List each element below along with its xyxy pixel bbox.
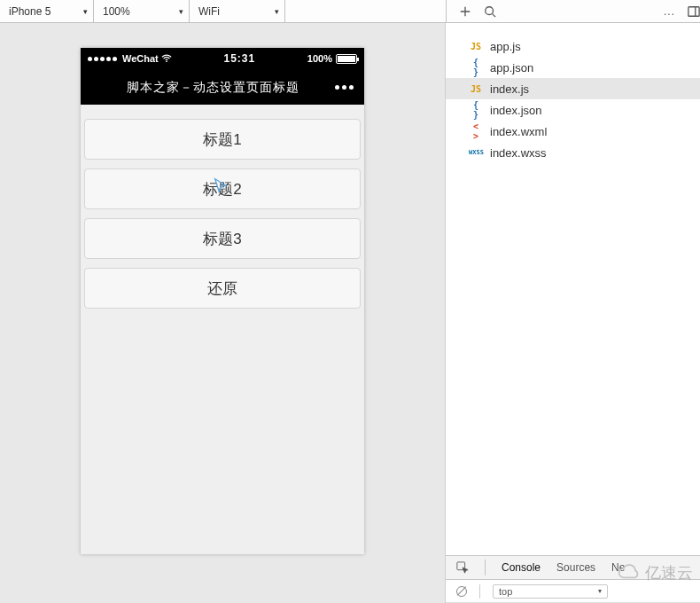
json-file-icon: { }	[469, 58, 483, 77]
file-row[interactable]: JS index.js	[446, 78, 700, 99]
context-select-label: top	[499, 586, 512, 597]
js-file-icon: JS	[469, 42, 483, 51]
title-button-1[interactable]: 标题1	[84, 119, 361, 160]
title-button-3[interactable]: 标题3	[84, 218, 361, 259]
file-name: app.js	[490, 40, 521, 53]
device-select-label: iPhone 5	[9, 5, 51, 18]
right-panel: JS app.js { } app.json JS index.js { } i…	[445, 23, 700, 603]
file-row[interactable]: { } index.json	[446, 99, 700, 121]
context-select[interactable]: top ▾	[493, 584, 608, 599]
carrier-label: WeChat	[122, 53, 159, 64]
app-navbar: 脚本之家－动态设置页面标题	[81, 69, 364, 105]
network-select[interactable]: WiFi ▾	[190, 0, 285, 22]
tab-console[interactable]: Console	[502, 561, 541, 574]
file-name: app.json	[490, 61, 533, 74]
wifi-icon	[161, 54, 172, 63]
network-select-label: WiFi	[198, 5, 220, 18]
status-bar: WeChat 15:31 100%	[81, 48, 364, 69]
chevron-down-icon: ▾	[179, 7, 183, 16]
wxss-file-icon: WXSS	[469, 149, 483, 156]
file-row[interactable]: < > index.wxml	[446, 121, 700, 142]
phone-frame: WeChat 15:31 100% 脚本之家－动态设置页面标题 标题1 标题2 …	[81, 48, 364, 554]
zoom-select-label: 100%	[103, 5, 130, 18]
clock-label: 15:31	[172, 52, 307, 65]
search-icon[interactable]	[484, 5, 496, 18]
app-page-body: 标题1 标题2 标题3 还原	[81, 105, 364, 554]
element-picker-icon[interactable]	[456, 561, 469, 574]
watermark: 亿速云	[617, 562, 693, 583]
wxml-file-icon: < >	[469, 121, 483, 141]
file-name: index.wxss	[490, 146, 547, 160]
chevron-down-icon: ▾	[275, 7, 279, 16]
battery-icon	[336, 54, 357, 64]
more-icon[interactable]: ...	[664, 5, 675, 18]
file-name: index.wxml	[490, 125, 547, 138]
file-explorer: JS app.js { } app.json JS index.js { } i…	[446, 23, 700, 555]
simulator-panel: WeChat 15:31 100% 脚本之家－动态设置页面标题 标题1 标题2 …	[0, 23, 445, 603]
dock-panel-icon[interactable]	[688, 5, 700, 18]
file-row[interactable]: WXSS index.wxss	[446, 142, 700, 163]
js-file-icon: JS	[469, 84, 483, 94]
reset-button[interactable]: 还原	[84, 268, 361, 309]
toolbar-spacer	[285, 0, 447, 22]
tab-sources[interactable]: Sources	[556, 561, 595, 574]
svg-rect-1	[688, 6, 699, 16]
chevron-down-icon: ▾	[598, 587, 602, 595]
file-row[interactable]: JS app.js	[446, 35, 700, 57]
simulator-toolbar: iPhone 5 ▾ 100% ▾ WiFi ▾ ...	[0, 0, 700, 23]
svg-point-0	[486, 6, 494, 14]
watermark-text: 亿速云	[645, 562, 693, 583]
json-file-icon: { }	[469, 100, 483, 120]
clear-console-icon[interactable]	[456, 586, 467, 597]
nav-menu-icon[interactable]	[335, 85, 354, 90]
page-title: 脚本之家－动态设置页面标题	[91, 80, 335, 96]
cloud-icon	[617, 564, 642, 582]
signal-dots-icon	[88, 57, 117, 61]
zoom-select[interactable]: 100% ▾	[94, 0, 190, 22]
cursor-icon	[213, 177, 229, 193]
file-name: index.json	[490, 104, 542, 117]
files-toolbar: ...	[447, 0, 700, 22]
device-select[interactable]: iPhone 5 ▾	[0, 0, 94, 22]
svg-point-2	[166, 60, 167, 62]
battery-percent-label: 100%	[307, 53, 332, 64]
file-row[interactable]: { } app.json	[446, 57, 700, 78]
file-name: index.js	[490, 82, 529, 96]
add-icon[interactable]	[459, 5, 471, 18]
chevron-down-icon: ▾	[83, 7, 88, 16]
